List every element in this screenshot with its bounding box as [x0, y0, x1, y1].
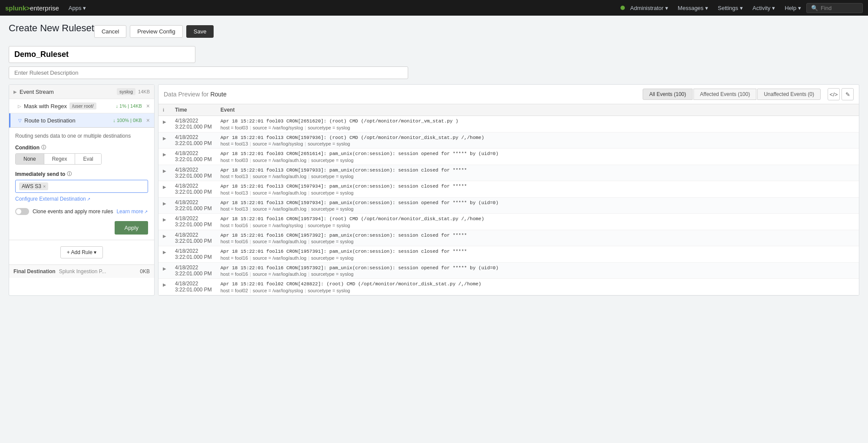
- learn-more-text: Learn more: [116, 208, 143, 215]
- settings-menu[interactable]: Settings ▾: [713, 0, 747, 16]
- apps-menu[interactable]: Apps ▾: [64, 0, 91, 16]
- status-indicator: [620, 6, 625, 10]
- external-link-icon: ↗: [87, 197, 90, 202]
- cancel-button[interactable]: Cancel: [94, 25, 126, 38]
- page-title: Create New Ruleset: [9, 23, 94, 34]
- preview-source: Route: [210, 91, 226, 98]
- event-time-val: 3:22:01.000 PM: [175, 173, 212, 179]
- event-time-val: 3:22:01.000 PM: [175, 222, 212, 228]
- route-panel-body: Routing sends data to one or multiple de…: [9, 128, 154, 240]
- expand-icon[interactable]: ▶: [163, 234, 166, 238]
- event-meta: host = fool13|source = /var/log/auth.log…: [221, 206, 855, 212]
- condition-eval-btn[interactable]: Eval: [75, 154, 101, 164]
- expand-icon[interactable]: ▶: [163, 201, 166, 206]
- all-events-tab[interactable]: All Events (100): [643, 89, 693, 100]
- condition-label-text: Condition: [15, 145, 40, 151]
- expand-icon[interactable]: ▶: [163, 185, 166, 189]
- table-row: ▶ 4/18/2022 3:22:01.000 PM Apr 18 15:22:…: [158, 116, 859, 132]
- preview-title: Data Preview for Route: [164, 91, 639, 98]
- event-date: 4/18/2022: [175, 264, 198, 271]
- code-icon: </>: [830, 91, 838, 98]
- event-date: 4/18/2022: [175, 150, 198, 156]
- top-nav: splunk>enterprise Apps ▾ Administrator ▾…: [0, 0, 868, 16]
- configure-external-destination-link[interactable]: Configure External Destination ↗: [15, 196, 90, 202]
- event-time-val: 3:22:01.000 PM: [175, 124, 212, 130]
- clone-toggle[interactable]: [15, 208, 29, 215]
- condition-regex-btn[interactable]: Regex: [44, 154, 76, 164]
- col-time: Time: [171, 104, 216, 116]
- event-text: Apr 18 15:22:01 fool16 CRON[1957392]: pa…: [221, 264, 855, 272]
- route-to-destination-row[interactable]: ▽ Route to Destination ↓ 100% | 0KB ×: [9, 113, 154, 128]
- expand-icon[interactable]: ▶: [163, 169, 166, 173]
- apply-button[interactable]: Apply: [115, 221, 148, 235]
- expand-icon[interactable]: ▶: [163, 250, 166, 255]
- brand: splunk>enterprise: [5, 4, 59, 12]
- event-date: 4/18/2022: [175, 199, 198, 205]
- aws-s3-tag-close[interactable]: ×: [43, 184, 46, 189]
- event-meta: host = fool16|source = /var/log/auth.log…: [221, 255, 855, 261]
- expand-icon[interactable]: ▶: [163, 119, 166, 124]
- mask-close-icon[interactable]: ×: [146, 102, 150, 109]
- unaffected-events-tab[interactable]: Unaffected Events (0): [757, 89, 821, 100]
- expand-icon[interactable]: ▶: [163, 217, 166, 222]
- table-row: ▶ 4/18/2022 3:22:01.000 PM Apr 18 15:22:…: [158, 132, 859, 149]
- mask-percent: ↓ 1% | 14KB: [116, 103, 142, 109]
- learn-more-link[interactable]: Learn more ↗: [116, 208, 147, 215]
- event-text: Apr 18 15:22:01 fool02 CRON[428822]: (ro…: [221, 281, 855, 288]
- expand-icon[interactable]: ▶: [163, 282, 166, 287]
- event-time-val: 3:22:01.000 PM: [175, 287, 212, 293]
- event-meta: host = fool03|source = /var/log/auth.log…: [221, 158, 855, 163]
- table-row: ▶ 4/18/2022 3:22:01.000 PM Apr 18 15:22:…: [158, 165, 859, 181]
- page-wrapper: Create New Ruleset Cancel Preview Config…: [0, 16, 868, 443]
- save-button[interactable]: Save: [186, 25, 214, 38]
- event-text: Apr 18 15:22:01 fool13 CRON[1597933]: pa…: [221, 167, 855, 174]
- event-text: Apr 18 15:22:01 fool03 CRON[2651620]: (r…: [221, 118, 855, 125]
- preview-header: Data Preview for Route All Events (100) …: [158, 85, 859, 104]
- event-meta: host = fool13|source = /var/log/auth.log…: [221, 174, 855, 179]
- affected-events-tab[interactable]: Affected Events (100): [693, 89, 756, 100]
- activity-menu[interactable]: Activity ▾: [748, 0, 779, 16]
- expand-icon[interactable]: ▶: [163, 266, 166, 271]
- brand-splunk: splunk>: [5, 4, 30, 12]
- mask-label: Mask with Regex: [24, 103, 67, 109]
- messages-menu[interactable]: Messages ▾: [673, 0, 713, 16]
- final-destination-label: Final Destination: [13, 268, 56, 274]
- event-meta: host = fool13|source = /var/log/syslog|s…: [221, 141, 855, 146]
- ruleset-name-input[interactable]: [9, 46, 195, 63]
- help-menu[interactable]: Help ▾: [780, 0, 805, 16]
- find-input[interactable]: 🔍 Find: [806, 3, 863, 13]
- left-panel: ▶ Event Stream syslog 14KB ▷ Mask with R…: [9, 84, 155, 296]
- table-row: ▶ 4/18/2022 3:22:01.000 PM Apr 18 15:22:…: [158, 279, 859, 295]
- events-container[interactable]: i Time Event ▶ 4/18/2022 3:22:01.000 PM …: [158, 104, 859, 295]
- send-to-input[interactable]: AWS S3 ×: [15, 180, 148, 193]
- right-panel: Data Preview for Route All Events (100) …: [158, 84, 859, 296]
- aws-s3-tag: AWS S3 ×: [19, 182, 48, 190]
- expand-icon[interactable]: ▶: [163, 152, 166, 157]
- event-text: Apr 18 15:22:01 fool16 CRON[1957394]: (r…: [221, 215, 855, 223]
- add-rule-button[interactable]: + Add Rule ▾: [60, 246, 103, 258]
- filter-tabs: All Events (100) Affected Events (100) U…: [643, 89, 821, 100]
- preview-config-button[interactable]: Preview Config: [130, 25, 182, 38]
- event-time-val: 3:22:01.000 PM: [175, 238, 212, 244]
- expand-icon[interactable]: ▶: [163, 136, 166, 141]
- event-date: 4/18/2022: [175, 183, 198, 189]
- event-date: 4/18/2022: [175, 232, 198, 238]
- ruleset-desc-input[interactable]: [9, 66, 408, 79]
- code-view-button[interactable]: </>: [828, 88, 840, 100]
- condition-none-btn[interactable]: None: [16, 154, 44, 164]
- final-destination-row: Final Destination Splunk Ingestion P... …: [9, 264, 154, 278]
- event-time-val: 3:22:01.000 PM: [175, 140, 212, 146]
- route-desc: Routing sends data to one or multiple de…: [15, 133, 148, 139]
- edit-button[interactable]: ✎: [842, 88, 854, 100]
- preview-actions: </> ✎: [828, 88, 854, 100]
- event-meta: host = fool16|source = /var/log/auth.log…: [221, 239, 855, 244]
- expand-icon[interactable]: ▶: [13, 89, 17, 94]
- events-table-header: i Time Event: [158, 104, 859, 116]
- mask-row: ▷ Mask with Regex /user root/ ↓ 1% | 14K…: [9, 99, 154, 113]
- route-close-icon[interactable]: ×: [146, 117, 150, 124]
- condition-info-icon[interactable]: ⓘ: [41, 144, 46, 151]
- admin-menu[interactable]: Administrator ▾: [626, 0, 673, 16]
- send-to-section: Immediately send to ⓘ: [15, 171, 148, 177]
- send-to-info-icon[interactable]: ⓘ: [67, 171, 72, 177]
- chevron-down-icon: ▽: [18, 118, 22, 123]
